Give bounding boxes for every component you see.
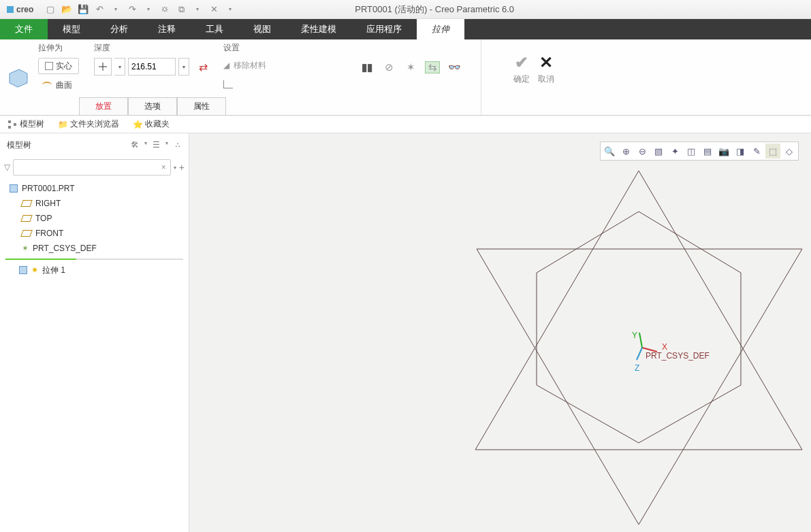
star-icon: ⭐ — [133, 120, 142, 129]
no-preview-icon[interactable]: ⊘ — [381, 61, 396, 73]
camera-icon[interactable]: 📷 — [716, 144, 731, 159]
tab-view[interactable]: 视图 — [238, 19, 286, 39]
tree-plane-front[interactable]: FRONT — [0, 226, 189, 241]
solid-label: 实心 — [56, 61, 72, 72]
tree-show-dropdown-icon[interactable]: ▾ — [165, 140, 168, 150]
regenerate-icon[interactable]: ⛭ — [157, 2, 172, 17]
view-toolbar: 🔍 ⊕ ⊖ ▧ ✦ ◫ ▤ 📷 ◨ ✎ ⬚ ◇ — [600, 142, 799, 161]
windows-dropdown-icon[interactable]: ▾ — [190, 2, 205, 17]
save-icon[interactable]: 💾 — [76, 2, 91, 17]
spin-center-icon[interactable]: ✦ — [667, 144, 682, 159]
ok-button[interactable]: ✔确定 — [513, 53, 530, 85]
perspective-icon[interactable]: ◇ — [782, 144, 797, 159]
subtab-options[interactable]: 选项 — [128, 97, 177, 115]
depth-value-dropdown-icon[interactable]: ▾ — [178, 58, 189, 76]
redo-dropdown-icon[interactable]: ▾ — [141, 2, 156, 17]
main-area: 模型树 🛠 ▾ ☰ ▾ ⛬ ▽ × ▾ + PRT0001.PRT RIGHT … — [0, 133, 811, 532]
surface-label: 曲面 — [56, 80, 72, 91]
tab-extrude[interactable]: 拉伸 — [417, 19, 464, 39]
flip-direction-icon[interactable]: ⇄ — [199, 61, 208, 73]
ribbon-tabs: 文件 模型 分析 注释 工具 视图 柔性建模 应用程序 拉伸 — [0, 19, 811, 39]
remove-material-icon: ◢ — [223, 61, 229, 70]
feature-label: 拉伸 1 — [42, 265, 65, 276]
filter-icon[interactable]: ▽ — [4, 163, 10, 172]
datum-display-icon[interactable]: ⬚ — [765, 144, 780, 159]
depth-value-input[interactable] — [128, 58, 176, 76]
open-file-icon[interactable]: 📂 — [59, 2, 74, 17]
clear-filter-icon[interactable]: × — [160, 163, 168, 172]
solid-button[interactable]: 实心 — [38, 58, 79, 74]
tab-flex-modeling[interactable]: 柔性建模 — [286, 19, 351, 39]
extrude-feature-icon[interactable] — [5, 57, 30, 98]
tree-plane-right[interactable]: RIGHT — [0, 196, 189, 211]
tree-filter-input[interactable] — [16, 163, 160, 172]
zoom-out-icon[interactable]: ⊖ — [635, 144, 650, 159]
svg-marker-0 — [10, 69, 27, 87]
remove-material-button[interactable]: ◢移除材料 — [223, 58, 308, 73]
svg-marker-8 — [537, 212, 741, 443]
repaint-icon[interactable]: ▧ — [651, 144, 666, 159]
zoom-in-icon[interactable]: ⊕ — [618, 144, 633, 159]
svg-marker-7 — [477, 249, 802, 525]
tree-feature-extrude[interactable]: ✷拉伸 1 — [0, 263, 189, 278]
pause-icon[interactable]: ▮▮ — [360, 61, 375, 73]
check-icon: ✔ — [515, 53, 528, 72]
display-style-icon[interactable]: ◫ — [684, 144, 699, 159]
add-filter-icon[interactable]: + — [179, 162, 185, 173]
new-file-icon[interactable]: ▢ — [43, 2, 58, 17]
x-icon: ✕ — [539, 53, 553, 72]
layers-icon[interactable]: ◨ — [733, 144, 748, 159]
tree-settings-icon[interactable]: ⛬ — [174, 140, 182, 150]
model-tree-header: 模型树 — [7, 139, 31, 151]
thicken-sketch-icon[interactable] — [223, 77, 308, 92]
sketch-geometry — [448, 167, 811, 532]
csys-label: PRT_CSYS_DEF — [33, 244, 97, 253]
annotations-icon[interactable]: ✎ — [749, 144, 764, 159]
qat-dropdown-icon[interactable]: ▾ — [223, 2, 238, 17]
undo-icon[interactable]: ↶ — [92, 2, 107, 17]
tab-tools[interactable]: 工具 — [191, 19, 238, 39]
tab-applications[interactable]: 应用程序 — [351, 19, 417, 39]
glasses-icon[interactable]: 👓 — [447, 61, 462, 73]
tree-root[interactable]: PRT0001.PRT — [0, 181, 189, 196]
graphics-canvas[interactable]: 🔍 ⊕ ⊖ ▧ ✦ ◫ ▤ 📷 ◨ ✎ ⬚ ◇ — [189, 133, 811, 532]
nav-tab-favorites[interactable]: ⭐收藏夹 — [127, 116, 176, 133]
subtab-placement[interactable]: 放置 — [79, 97, 128, 115]
plane-icon — [20, 215, 33, 222]
tree-icon — [7, 120, 17, 129]
redo-icon[interactable]: ↷ — [125, 2, 140, 17]
nav-tab-folder-browser[interactable]: 📁文件夹浏览器 — [52, 116, 125, 133]
tab-annotate[interactable]: 注释 — [143, 19, 191, 39]
depth-type-dropdown-icon[interactable]: ▾ — [114, 58, 125, 76]
title-bar: creo ▢ 📂 💾 ↶ ▾ ↷ ▾ ⛭ ⧉ ▾ ✕ ▾ PRT0001 (活动… — [0, 0, 811, 19]
model-tree: PRT0001.PRT RIGHT TOP FRONT ✶PRT_CSYS_DE… — [0, 178, 189, 280]
nav-tab-model-tree[interactable]: 模型树 — [1, 116, 50, 133]
quick-access-toolbar: ▢ 📂 💾 ↶ ▾ ↷ ▾ ⛭ ⧉ ▾ ✕ ▾ — [43, 2, 238, 17]
tab-file[interactable]: 文件 — [0, 19, 48, 39]
surface-button[interactable]: 曲面 — [38, 77, 83, 93]
dashboard-subtabs: 放置 选项 属性 — [79, 97, 226, 115]
cancel-button[interactable]: ✕取消 — [538, 53, 554, 85]
saved-views-icon[interactable]: ▤ — [700, 144, 715, 159]
tree-plane-top[interactable]: TOP — [0, 211, 189, 226]
refit-icon[interactable]: 🔍 — [602, 144, 617, 159]
windows-icon[interactable]: ⧉ — [174, 2, 189, 17]
svg-rect-4 — [8, 126, 11, 129]
tree-csys[interactable]: ✶PRT_CSYS_DEF — [0, 241, 189, 256]
tab-model[interactable]: 模型 — [48, 19, 95, 39]
verify-icon[interactable]: ✶ — [403, 61, 418, 73]
subtab-properties[interactable]: 属性 — [177, 97, 226, 115]
attached-icon[interactable]: ⇆ — [425, 61, 440, 73]
tree-show-icon[interactable]: ☰ — [153, 140, 160, 150]
undo-dropdown-icon[interactable]: ▾ — [108, 2, 123, 17]
tree-tools-dropdown-icon[interactable]: ▾ — [144, 140, 147, 150]
tree-tools-icon[interactable]: 🛠 — [131, 140, 139, 150]
svg-line-10 — [639, 333, 642, 348]
tab-analysis[interactable]: 分析 — [95, 19, 143, 39]
filter-dropdown-icon[interactable]: ▾ — [174, 165, 176, 171]
nav-tab-model-tree-label: 模型树 — [20, 118, 44, 130]
axis-x-label: X — [662, 342, 667, 352]
folder-icon: 📁 — [58, 120, 67, 129]
close-icon[interactable]: ✕ — [206, 2, 221, 17]
depth-type-icon[interactable] — [94, 58, 112, 76]
